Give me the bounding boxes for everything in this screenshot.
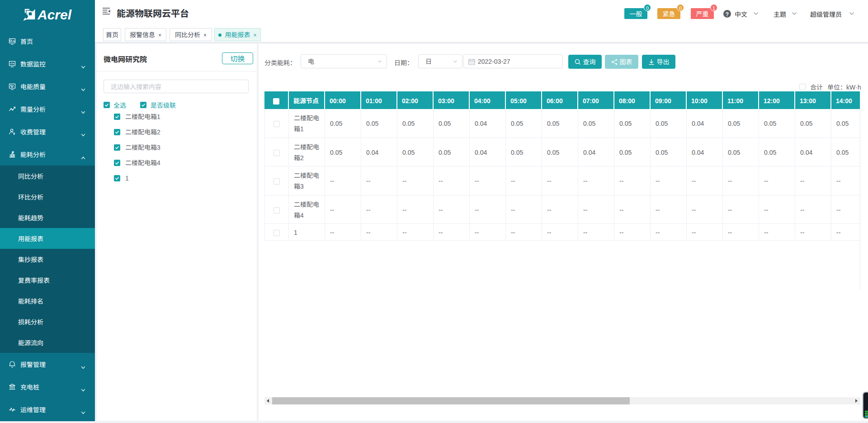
svg-text:Acrel: Acrel	[37, 7, 72, 22]
